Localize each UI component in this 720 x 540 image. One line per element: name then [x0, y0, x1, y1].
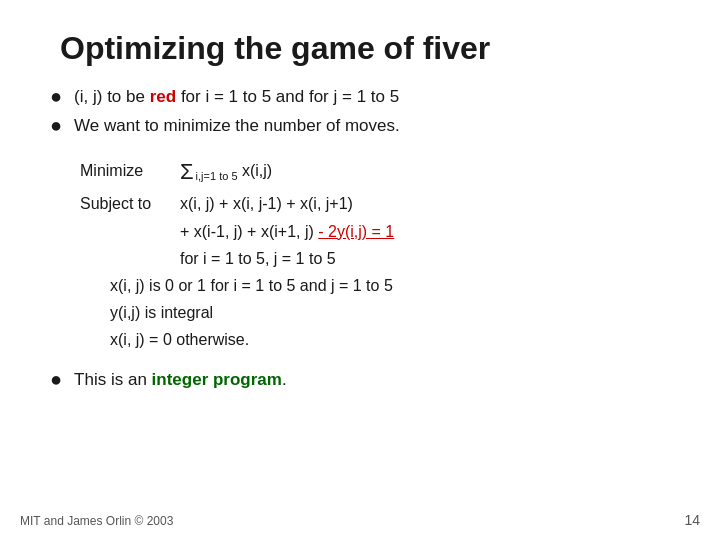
- bullet-section: ● (i, j) to be red for i = 1 to 5 and fo…: [50, 87, 670, 137]
- math-block: Minimize Σi,j=1 to 5 x(i,j) Subject to x…: [80, 153, 670, 354]
- bullet-item-1: ● (i, j) to be red for i = 1 to 5 and fo…: [50, 87, 670, 108]
- bullet-dot-3: ●: [50, 368, 62, 391]
- minimize-content: Σi,j=1 to 5 x(i,j): [180, 153, 272, 190]
- bullet-item-2: ● We want to minimize the number of move…: [50, 116, 670, 137]
- bullet-2-text: We want to minimize the number of moves.: [74, 116, 400, 136]
- bottom-bullet-text: This is an integer program.: [74, 370, 287, 390]
- math-line6: x(i, j) = 0 otherwise.: [110, 326, 670, 353]
- underline-expr: - 2y(i,j) = 1: [318, 223, 394, 240]
- bullet-1-text: (i, j) to be red for i = 1 to 5 and for …: [74, 87, 399, 107]
- subject-line: Subject to x(i, j) + x(i, j-1) + x(i, j+…: [80, 190, 670, 217]
- subject-label: Subject to: [80, 190, 180, 217]
- math-line4: x(i, j) is 0 or 1 for i = 1 to 5 and j =…: [110, 272, 670, 299]
- bullet-dot-2: ●: [50, 114, 62, 137]
- page-number: 14: [684, 512, 700, 528]
- math-line2: + x(i-1, j) + x(i+1, j) - 2y(i,j) = 1: [180, 218, 670, 245]
- slide-title: Optimizing the game of fiver: [60, 30, 670, 67]
- bullet-dot-1: ●: [50, 85, 62, 108]
- minimize-line: Minimize Σi,j=1 to 5 x(i,j): [80, 153, 670, 190]
- sigma-subscript: i,j=1 to 5: [196, 170, 238, 182]
- math-line5: y(i,j) is integral: [110, 299, 670, 326]
- sigma-symbol: Σ: [180, 159, 194, 184]
- minimize-label: Minimize: [80, 157, 180, 184]
- slide: Optimizing the game of fiver ● (i, j) to…: [0, 0, 720, 540]
- footer-text: MIT and James Orlin © 2003: [20, 514, 173, 528]
- subject-line1: x(i, j) + x(i, j-1) + x(i, j+1): [180, 190, 353, 217]
- bottom-bullet: ● This is an integer program.: [50, 370, 670, 391]
- math-line3: for i = 1 to 5, j = 1 to 5: [180, 245, 670, 272]
